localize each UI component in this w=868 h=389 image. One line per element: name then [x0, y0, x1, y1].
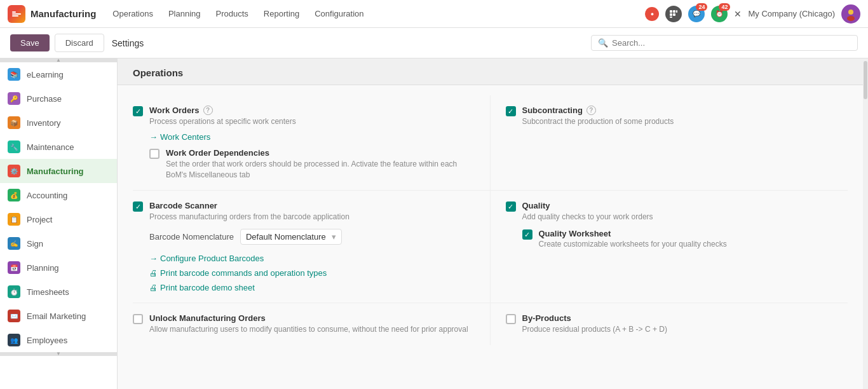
sidebar-item-accounting[interactable]: 💰 Accounting: [0, 183, 117, 207]
print-barcode-commands-link[interactable]: 🖨 Print barcode commands and operation t…: [149, 268, 480, 278]
work-orders-checkbox[interactable]: ✓: [133, 106, 143, 116]
nav-right: ● 💬 24 ⏰ 42 ✕ My Company (Chicago): [645, 4, 860, 24]
nav-products[interactable]: Products: [210, 6, 255, 21]
subcontracting-checkbox[interactable]: ✓: [506, 106, 516, 116]
user-avatar[interactable]: [841, 4, 860, 24]
by-products-checkbox[interactable]: [506, 314, 516, 324]
svg-rect-1: [12, 11, 16, 13]
work-orders-setting: ✓ Work Orders ? Process operations at sp…: [133, 95, 491, 190]
elearning-icon: 📚: [8, 68, 20, 81]
svg-rect-5: [676, 10, 677, 13]
work-order-dependencies-title: Work Order Dependencies: [166, 148, 480, 158]
quality-checkbox[interactable]: ✓: [506, 201, 516, 212]
maintenance-icon: 🔧: [8, 140, 20, 153]
settings-label: Settings: [112, 38, 144, 48]
work-orders-title: Work Orders ?: [149, 106, 296, 115]
content-area: Operations ✓ Work Orders ? Process opera…: [118, 58, 863, 389]
unlock-orders-checkbox[interactable]: [133, 314, 143, 324]
sidebar-item-inventory[interactable]: 📦 Inventory: [0, 111, 117, 135]
activity-badge: 42: [719, 3, 730, 11]
unlock-orders-setting: Unlock Manufacturing Orders Allow manufa…: [133, 303, 491, 345]
nav-items: Operations Planning Products Reporting C…: [106, 6, 370, 21]
sidebar-item-planning[interactable]: 📅 Planning: [0, 256, 117, 280]
chat-icon[interactable]: 💬 24: [688, 6, 705, 22]
link-arrow-icon: →: [149, 132, 158, 142]
by-products-desc: Produce residual products (A + B -> C + …: [522, 324, 667, 335]
work-order-dependencies-setting: Work Order Dependencies Set the order th…: [149, 148, 480, 181]
save-button[interactable]: Save: [10, 34, 50, 51]
svg-rect-3: [670, 10, 672, 13]
status-red-icon[interactable]: ●: [645, 7, 659, 21]
sidebar-label-elearning: eLearning: [27, 70, 64, 79]
sidebar-label-timesheets: Timesheets: [27, 287, 69, 297]
email-icon: ✉️: [8, 310, 20, 322]
sidebar-item-manufacturing[interactable]: ⚙️ Manufacturing: [0, 159, 117, 183]
timesheets-icon: ⏱️: [8, 285, 20, 298]
sidebar-label-sign: Sign: [27, 239, 43, 249]
quality-worksheet-checkbox[interactable]: ✓: [522, 229, 532, 240]
barcode-links: → Configure Product Barcodes 🖨 Print bar…: [149, 250, 480, 292]
svg-rect-6: [670, 13, 672, 16]
sidebar-item-employees[interactable]: 👥 Employees: [0, 328, 117, 352]
dropdown-chevron-icon: ▾: [332, 232, 336, 242]
svg-rect-2: [12, 15, 18, 17]
nav-configuration[interactable]: Configuration: [308, 6, 370, 21]
accounting-icon: 💰: [8, 189, 20, 201]
by-products-setting: By-Products Produce residual products (A…: [491, 303, 848, 345]
work-orders-desc: Process operations at specific work cent…: [149, 116, 296, 127]
nav-planning[interactable]: Planning: [162, 6, 207, 21]
svg-point-10: [847, 16, 855, 21]
project-icon: 📋: [8, 213, 20, 226]
toolbar: Save Discard Settings 🔍: [0, 28, 868, 58]
quality-worksheet-title: Quality Worksheet: [539, 229, 727, 238]
sidebar-item-timesheets[interactable]: ⏱️ Timesheets: [0, 280, 117, 304]
quality-worksheet-setting: ✓ Quality Worksheet Create customizable …: [522, 229, 848, 249]
app-logo[interactable]: Manufacturing: [8, 5, 96, 23]
manufacturing-icon: ⚙️: [8, 165, 20, 177]
scrollbar-track[interactable]: [863, 58, 868, 389]
work-centers-link[interactable]: → Work Centers: [149, 132, 480, 142]
sidebar-item-maintenance[interactable]: 🔧 Maintenance: [0, 135, 117, 159]
sidebar-item-project[interactable]: 📋 Project: [0, 207, 117, 231]
barcode-nomenclature-select[interactable]: Default Nomenclature ▾: [240, 229, 342, 245]
barcode-nomenclature-label: Barcode Nomenclature: [149, 232, 234, 242]
search-input[interactable]: [612, 38, 851, 48]
nav-reporting[interactable]: Reporting: [257, 6, 306, 21]
svg-rect-4: [673, 10, 675, 13]
sidebar-label-project: Project: [27, 215, 52, 224]
svg-rect-7: [673, 13, 675, 16]
sidebar-item-email[interactable]: ✉️ Email Marketing: [0, 304, 117, 328]
configure-barcodes-link[interactable]: → Configure Product Barcodes: [149, 254, 480, 263]
search-box: 🔍: [591, 35, 858, 51]
sidebar: ▲ 📚 eLearning 🔑 Purchase 📦 Inventory 🔧 M…: [0, 58, 118, 389]
discard-button[interactable]: Discard: [55, 34, 104, 52]
main-layout: ▲ 📚 eLearning 🔑 Purchase 📦 Inventory 🔧 M…: [0, 58, 868, 389]
sidebar-item-elearning[interactable]: 📚 eLearning: [0, 62, 117, 86]
by-products-title: By-Products: [522, 313, 667, 323]
logo-icon: [8, 5, 25, 23]
quality-setting: ✓ Quality Add quality checks to your wor…: [491, 191, 848, 303]
close-icon[interactable]: ✕: [734, 9, 742, 19]
quality-desc: Add quality checks to your work orders: [522, 212, 653, 222]
company-name[interactable]: My Company (Chicago): [748, 9, 835, 18]
employees-icon: 👥: [8, 334, 20, 346]
sidebar-item-sign[interactable]: ✍️ Sign: [0, 231, 117, 256]
sidebar-label-employees: Employees: [27, 336, 67, 345]
arrow-icon: →: [149, 254, 158, 263]
apps-icon[interactable]: [665, 6, 682, 22]
planning-icon: 📅: [8, 261, 20, 274]
activity-icon[interactable]: ⏰ 42: [711, 6, 728, 22]
sidebar-label-accounting: Accounting: [27, 191, 67, 200]
work-orders-help-icon[interactable]: ?: [203, 106, 213, 115]
scrollbar-thumb[interactable]: [864, 61, 867, 99]
barcode-scanner-checkbox[interactable]: ✓: [133, 201, 143, 212]
sidebar-label-email: Email Marketing: [27, 311, 86, 321]
search-icon: 🔍: [598, 38, 608, 48]
subcontracting-help-icon[interactable]: ?: [587, 106, 596, 115]
sidebar-label-planning: Planning: [27, 263, 59, 273]
print-barcode-demo-link[interactable]: 🖨 Print barcode demo sheet: [149, 283, 480, 292]
work-order-dependencies-checkbox[interactable]: [149, 149, 159, 159]
sidebar-item-purchase[interactable]: 🔑 Purchase: [0, 86, 117, 111]
unlock-orders-desc: Allow manufacturing users to modify quan…: [149, 324, 468, 335]
nav-operations[interactable]: Operations: [106, 6, 159, 21]
